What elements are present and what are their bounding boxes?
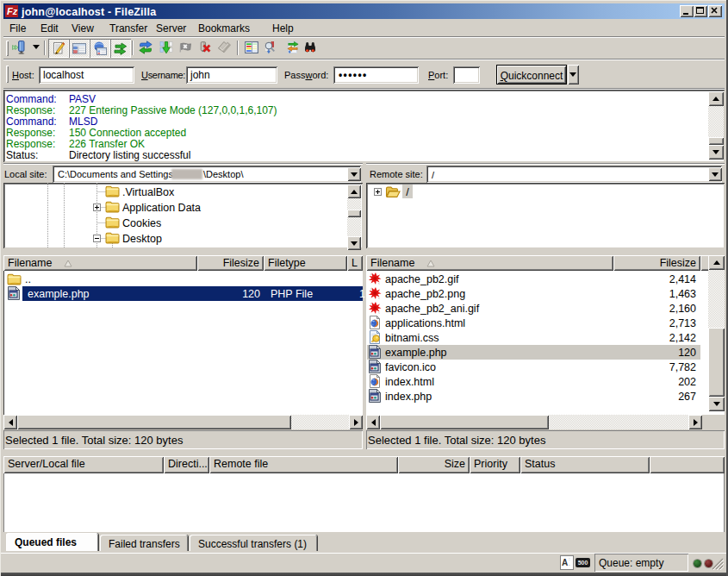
svg-text:Fz: Fz [7, 6, 18, 16]
